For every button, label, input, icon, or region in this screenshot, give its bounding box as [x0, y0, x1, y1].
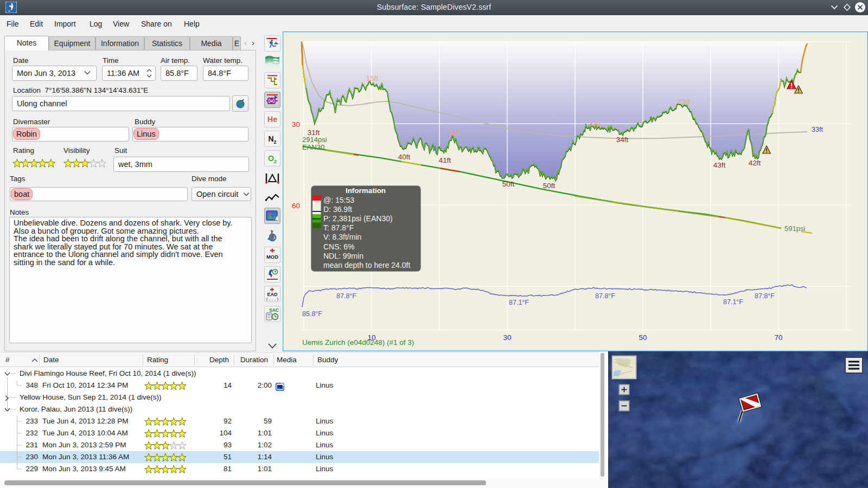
svg-text:40ft: 40ft — [398, 153, 411, 161]
svg-text:35ft: 35ft — [448, 129, 461, 137]
svg-text:30: 30 — [503, 333, 511, 342]
svg-text:T: 87.8°F: T: 87.8°F — [323, 223, 354, 232]
svg-text:23ft: 23ft — [678, 98, 691, 106]
svg-text:EAN30: EAN30 — [302, 143, 324, 151]
svg-text:50ft: 50ft — [502, 180, 515, 188]
svg-text:Uemis Zurich (e04d0248) (#1 of: Uemis Zurich (e04d0248) (#1 of 3) — [302, 338, 414, 346]
svg-text:87:8°F: 87:8°F — [755, 292, 775, 300]
svg-text:60: 60 — [292, 202, 300, 210]
svg-text:31ft: 31ft — [589, 120, 601, 128]
svg-text:87.8°F: 87.8°F — [336, 292, 356, 300]
svg-text:CNS: 6%: CNS: 6% — [323, 242, 355, 251]
svg-text:NDL: 99min: NDL: 99min — [323, 252, 363, 260]
svg-text:Information: Information — [346, 187, 386, 195]
svg-text:50: 50 — [639, 333, 647, 342]
svg-text:mean depth to here 24.0ft: mean depth to here 24.0ft — [323, 261, 410, 269]
svg-text:P: 2,381psi (EAN30): P: 2,381psi (EAN30) — [323, 214, 393, 223]
svg-text:34ft: 34ft — [616, 136, 629, 144]
svg-text:30: 30 — [292, 120, 300, 129]
svg-text:43ft: 43ft — [713, 161, 726, 169]
svg-text:50ft: 50ft — [543, 182, 556, 190]
svg-text:2914psi: 2914psi — [302, 136, 327, 144]
svg-text:87.1°F: 87.1°F — [509, 299, 529, 306]
svg-text:D: 36.9ft: D: 36.9ft — [323, 205, 352, 214]
svg-text:70: 70 — [774, 333, 782, 342]
svg-text:85.8°F: 85.8°F — [302, 310, 322, 318]
svg-text:(...): (...) — [266, 297, 279, 301]
svg-text:41ft: 41ft — [439, 156, 451, 164]
svg-text:591psi: 591psi — [784, 224, 805, 233]
svg-text:MOD: MOD — [266, 254, 278, 260]
svg-text:SAC: SAC — [269, 307, 279, 313]
svg-text:@: 15:53: @: 15:53 — [323, 196, 354, 204]
svg-text:87.1°F: 87.1°F — [723, 298, 743, 306]
svg-text:42ft: 42ft — [749, 159, 761, 167]
svg-text:33ft: 33ft — [812, 126, 823, 133]
svg-text:15ft: 15ft — [366, 74, 379, 82]
svg-text:V: 8.3ft/min: V: 8.3ft/min — [323, 233, 361, 241]
svg-text:87.8°F: 87.8°F — [595, 292, 615, 300]
